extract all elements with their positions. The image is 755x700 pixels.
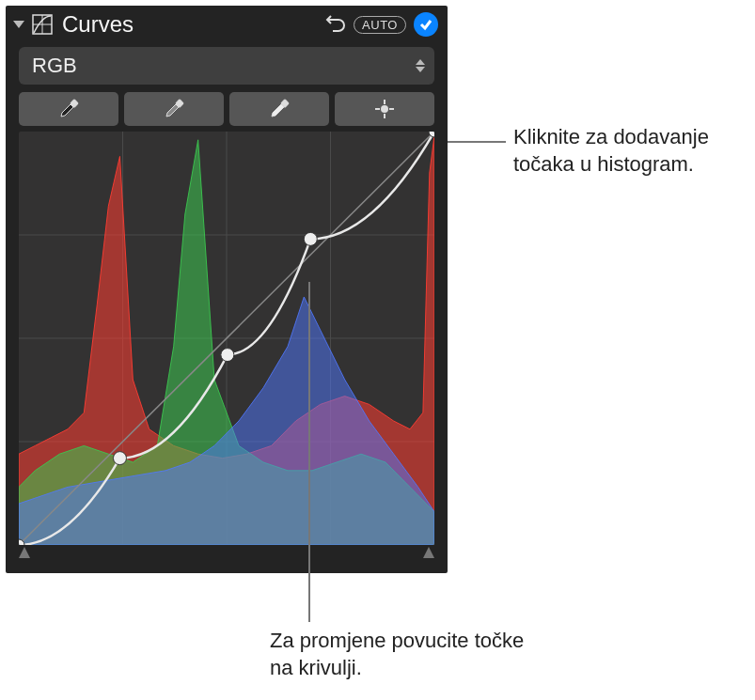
callout-line — [308, 282, 310, 622]
histogram-chart[interactable] — [19, 132, 434, 545]
eyedropper-black-button[interactable] — [19, 92, 118, 126]
panel-header: Curves AUTO — [6, 6, 448, 47]
histogram-container — [19, 132, 434, 564]
auto-button[interactable]: AUTO — [354, 16, 406, 34]
eyedropper-white-button[interactable] — [229, 92, 329, 126]
channel-select[interactable]: RGB — [19, 47, 434, 85]
callout-add-point: Kliknite za dodavanje točaka u histogram… — [513, 124, 739, 178]
eyedropper-gray-button[interactable] — [124, 92, 224, 126]
curve-point[interactable] — [113, 452, 126, 465]
range-slider[interactable] — [19, 545, 434, 564]
disclosure-triangle-icon[interactable] — [13, 21, 24, 28]
black-point-handle[interactable] — [19, 547, 30, 558]
curve-point[interactable] — [221, 349, 234, 362]
curve-point[interactable] — [304, 232, 317, 245]
add-point-button[interactable] — [335, 92, 434, 126]
enable-toggle[interactable] — [414, 12, 438, 37]
white-point-handle[interactable] — [423, 547, 434, 558]
panel-title: Curves — [62, 11, 318, 38]
callout-line — [448, 141, 506, 143]
callout-drag-point: Za promjene povucite točke na krivulji. — [270, 628, 552, 681]
curves-panel: Curves AUTO RGB — [6, 6, 448, 573]
reset-button[interactable] — [325, 12, 346, 37]
stepper-icon — [416, 59, 425, 72]
channel-label: RGB — [32, 54, 77, 78]
curves-tool-icon — [32, 14, 53, 35]
svg-point-6 — [382, 106, 387, 112]
tool-row — [19, 92, 434, 126]
